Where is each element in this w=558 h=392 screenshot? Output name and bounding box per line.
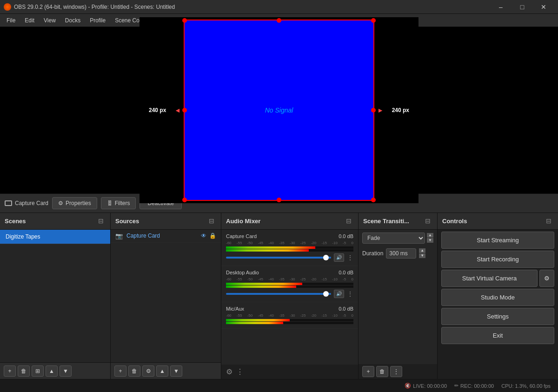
audio-channel-header-mic: Mic/Aux 0.0 dB [226,306,353,312]
current-source-label: Capture Card [5,200,48,206]
sources-maximize-button[interactable]: ⊟ [207,216,216,226]
controls-header-left: Controls [442,218,467,225]
audio-channel-mic: Mic/Aux 0.0 dB -60-55-50-45-40-35-30-25-… [221,302,358,329]
transition-down-arrow[interactable]: ▼ [427,238,433,243]
scene-down-button[interactable]: ▼ [60,365,72,377]
rec-status: ✏ REC: 00:00:00 [454,383,494,389]
minimize-button[interactable]: – [490,0,512,14]
exit-button[interactable]: Exit [441,327,554,344]
mic-audio-name: Mic/Aux [226,306,244,312]
filters-button[interactable]: 🎛 Filters [101,197,136,209]
desktop-mute-button[interactable]: 🔊 [334,290,344,298]
virtual-camera-row: Start Virtual Camera ⚙ [441,270,554,287]
audio-channels-list: Capture Card 0.0 dB -60-55-50-45-40-35-3… [221,230,358,365]
transitions-footer: + 🗑 ⋮ [359,364,437,379]
start-streaming-button[interactable]: Start Streaming [441,232,554,249]
desktop-meter-scale: -60-55-50-45-40-35-30-25-20-15-10-50 [226,277,353,281]
menu-docks[interactable]: Docks [60,15,85,26]
sources-panel-title: Sources [115,218,139,225]
audio-maximize-button[interactable]: ⊟ [344,216,353,226]
duration-input[interactable] [386,248,416,259]
monitor-icon [5,200,12,206]
volume-knob[interactable] [323,255,329,260]
transitions-panel-title: Scene Transiti... [363,218,409,225]
audio-meter-row-1 [226,246,353,249]
scenes-list: Digitize Tapes [0,230,110,363]
add-scene-button[interactable]: + [4,365,16,377]
left-arrow-icon: ◄ [174,106,181,114]
audio-settings-button[interactable]: ⚙ [226,367,232,376]
audio-more-footer-button[interactable]: ⋮ [236,367,244,376]
sources-list: 📷 Capture Card 👁 🔒 [111,230,221,363]
mic-meter-row-2 [226,322,353,324]
menu-view[interactable]: View [39,15,60,26]
source-name-label: Capture Card [15,200,48,206]
desktop-audio-more-button[interactable]: ⋮ [347,290,353,298]
source-name: Capture Card [126,233,160,239]
transition-type-select[interactable]: Fade [362,233,425,244]
scenes-panel: Scenes ⊟ Digitize Tapes + 🗑 ⊞ ▲ ▼ [0,213,111,379]
source-down-button[interactable]: ▼ [170,365,182,377]
audio-channel-header: Capture Card 0.0 dB [226,233,353,239]
menu-profile[interactable]: Profile [85,15,110,26]
source-up-button[interactable]: ▲ [156,365,168,377]
controls-panel-title: Controls [442,218,467,225]
add-transition-button[interactable]: + [362,366,374,377]
audio-more-button[interactable]: ⋮ [347,254,353,261]
transitions-content: Fade ▲ ▼ Duration ▲ ▼ [359,230,437,365]
filter-scenes-button[interactable]: ⊞ [32,365,44,377]
duration-down-arrow[interactable]: ▼ [419,253,425,258]
source-type-icon: 📷 [115,233,123,239]
source-item[interactable]: 📷 Capture Card 👁 🔒 [111,230,221,243]
remove-source-button[interactable]: 🗑 [128,365,140,377]
menu-edit[interactable]: Edit [20,15,39,26]
scenes-header-left: Scenes [5,218,26,225]
audio-header-left: Audio Mixer [226,218,260,225]
audio-channel-desktop: Desktop Audio 0.0 dB -60-55-50-45-40-35-… [221,266,358,302]
scene-item[interactable]: Digitize Tapes [0,230,110,244]
sources-panel-footer: + 🗑 ⚙ ▲ ▼ [111,362,221,379]
scenes-maximize-button[interactable]: ⊟ [96,216,106,226]
add-source-button[interactable]: + [114,365,126,377]
controls-panel: Controls ⊟ Start Streaming Start Recordi… [438,213,558,379]
close-button[interactable]: ✕ [533,0,554,14]
settings-button[interactable]: Settings [441,308,554,325]
source-lock-icon[interactable]: 🔒 [209,233,216,239]
remove-scene-button[interactable]: 🗑 [18,365,30,377]
no-signal-icon: 🔇 [405,383,411,389]
live-status: 🔇 LIVE: 00:00:00 [405,383,447,389]
transition-spin-arrows: ▲ ▼ [427,233,433,243]
start-recording-button[interactable]: Start Recording [441,251,554,268]
maximize-button[interactable]: □ [512,0,533,14]
transition-up-arrow[interactable]: ▲ [427,233,433,238]
desktop-audio-controls: 🔊 ⋮ [226,290,353,298]
desktop-volume-knob[interactable] [323,291,329,297]
transition-select-row: Fade ▲ ▼ [359,230,437,246]
properties-label: Properties [66,200,91,206]
obs-logo-icon [4,3,11,11]
menu-file[interactable]: File [2,15,20,26]
mic-audio-db: 0.0 dB [339,306,353,312]
remove-transition-button[interactable]: 🗑 [376,366,388,377]
scene-up-button[interactable]: ▲ [46,365,58,377]
source-visible-icon[interactable]: 👁 [201,233,206,239]
transition-more-button[interactable]: ⋮ [390,366,402,377]
rec-icon: ✏ [454,383,458,389]
audio-panel-header: Audio Mixer ⊟ [221,213,358,230]
properties-button[interactable]: ⚙ Properties [52,197,97,209]
mute-button[interactable]: 🔊 [334,253,344,262]
desktop-volume-slider[interactable] [226,293,331,295]
volume-slider[interactable] [226,257,331,259]
source-item-icons: 👁 🔒 [201,233,216,239]
titlebar-left: OBS 29.0.2 (64-bit, windows) - Profile: … [4,3,175,11]
audio-channel-db: 0.0 dB [339,233,353,239]
source-settings-button[interactable]: ⚙ [142,365,154,377]
virtual-camera-settings-button[interactable]: ⚙ [539,270,554,287]
audio-channel-name: Capture Card [226,233,257,239]
controls-maximize-button[interactable]: ⊟ [544,216,553,226]
duration-up-arrow[interactable]: ▲ [419,248,425,253]
transitions-maximize-button[interactable]: ⊟ [423,216,432,226]
start-virtual-camera-button[interactable]: Start Virtual Camera [441,270,538,287]
studio-mode-button[interactable]: Studio Mode [441,289,554,306]
duration-label: Duration [362,250,383,257]
